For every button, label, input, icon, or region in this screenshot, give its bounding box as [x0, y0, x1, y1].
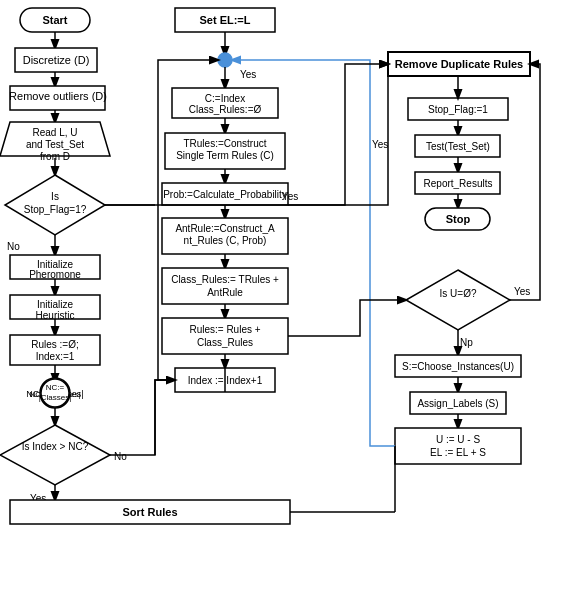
yes3-label: Yes [514, 286, 530, 297]
svg-marker-18 [0, 425, 110, 485]
is-u-empty-label1: Is U=Ø? [440, 288, 477, 299]
antrule-label2: nt_Rules (C, Prob) [184, 235, 267, 246]
rules-index-label2: Index:=1 [36, 351, 75, 362]
nc-label-b: |Classes| [39, 393, 72, 402]
remove-dup-label: Remove Duplicate Rules [395, 58, 523, 70]
prob-label: Prob:=Calculate_Probability [163, 189, 287, 200]
is-index-nc-label1: Is Index > NC? [22, 441, 89, 452]
trules-label2: Single Term Rules (C) [176, 150, 274, 161]
np-label: Np [460, 337, 473, 348]
svg-marker-46 [406, 270, 510, 330]
choose-instances-label: S:=Choose_Instances(U) [402, 361, 514, 372]
class-rules-label2: AntRule [207, 287, 243, 298]
read-label2: and Test_Set [26, 139, 84, 150]
stop-flag-1-label: Stop_Flag:=1 [428, 104, 488, 115]
yes-right-label: Yes [282, 191, 298, 202]
class-rules-label1: Class_Rules:= TRules + [171, 274, 279, 285]
remove-outliers-label: Remove outliers (D) [9, 90, 107, 102]
flowchart-container: Start Discretize (D) Remove outliers (D)… [0, 0, 575, 600]
start-label: Start [42, 14, 67, 26]
init-heuristic-label1: Initialize [37, 299, 74, 310]
report-label: Report_Results [424, 178, 493, 189]
read-label1: Read L, U [32, 127, 77, 138]
no2-label: No [114, 451, 127, 462]
antrule-label1: AntRule:=Construct_A [175, 223, 275, 234]
is-stop-flag-label2: Stop_Flag=1? [24, 204, 87, 215]
yes2-label: Yes [372, 139, 388, 150]
sort-rules-label: Sort Rules [122, 506, 177, 518]
u-update-label1: U := U - S [436, 434, 481, 445]
is-stop-flag-label1: Is [51, 191, 59, 202]
yes-loop-label: Yes [240, 69, 256, 80]
discretize-label: Discretize (D) [23, 54, 90, 66]
trules-label1: TRules:=Construct [183, 138, 266, 149]
loop-dot [218, 53, 232, 67]
assign-labels-label: Assign_Labels (S) [417, 398, 498, 409]
rules-plus-label2: Class_Rules [197, 337, 253, 348]
u-update-label2: EL := EL + S [430, 447, 486, 458]
rules-plus-label1: Rules:= Rules + [189, 324, 260, 335]
set-el-label: Set EL:=L [199, 14, 250, 26]
nc-label-a: NC:= [46, 383, 65, 392]
init-pheromone-label2: Pheromone [29, 269, 81, 280]
c-index-label1: C:=Index [205, 93, 245, 104]
test-label: Test(Test_Set) [426, 141, 490, 152]
c-index-label2: Class_Rules:=Ø [189, 104, 262, 115]
no1-label: No [7, 241, 20, 252]
rules-index-label1: Rules :=Ø; [31, 339, 79, 350]
stop-label: Stop [446, 213, 471, 225]
flowchart-svg: Start Discretize (D) Remove outliers (D)… [0, 0, 575, 600]
